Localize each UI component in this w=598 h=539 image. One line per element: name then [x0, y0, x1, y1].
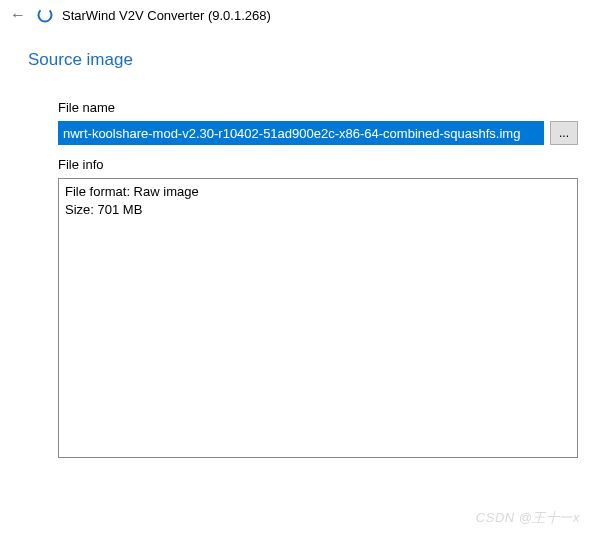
app-logo-icon — [36, 6, 54, 24]
filename-label: File name — [58, 100, 578, 115]
back-arrow-icon[interactable]: ← — [8, 7, 28, 23]
fileinfo-box: File format: Raw image Size: 701 MB — [58, 178, 578, 458]
header-bar: ← StarWind V2V Converter (9.0.1.268) — [0, 0, 598, 30]
app-title: StarWind V2V Converter (9.0.1.268) — [62, 8, 271, 23]
form-area: File name ... File info File format: Raw… — [0, 80, 598, 458]
fileinfo-label: File info — [58, 157, 578, 172]
filename-row: ... — [58, 121, 578, 145]
browse-button[interactable]: ... — [550, 121, 578, 145]
page-heading: Source image — [0, 30, 598, 80]
fileinfo-size: Size: 701 MB — [65, 201, 571, 219]
filename-input[interactable] — [58, 121, 544, 145]
watermark: CSDN @王十一x — [476, 509, 580, 527]
fileinfo-format: File format: Raw image — [65, 183, 571, 201]
svg-point-0 — [36, 6, 54, 24]
